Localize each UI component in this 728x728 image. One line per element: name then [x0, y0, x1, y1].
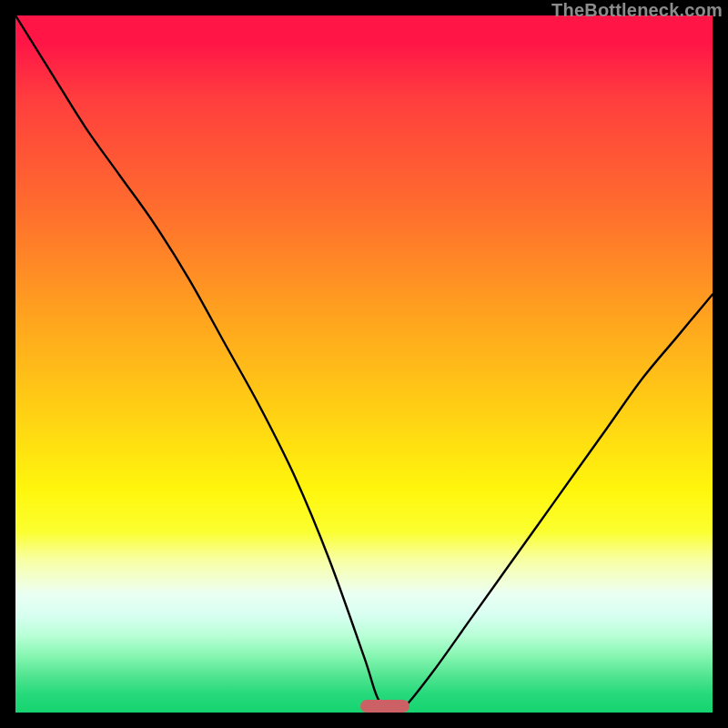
plot-area — [15, 15, 713, 713]
chart-frame: TheBottleneck.com — [0, 0, 728, 728]
optimum-marker — [360, 700, 410, 713]
attribution-text: TheBottleneck.com — [551, 0, 723, 21]
bottleneck-curve — [15, 15, 713, 713]
